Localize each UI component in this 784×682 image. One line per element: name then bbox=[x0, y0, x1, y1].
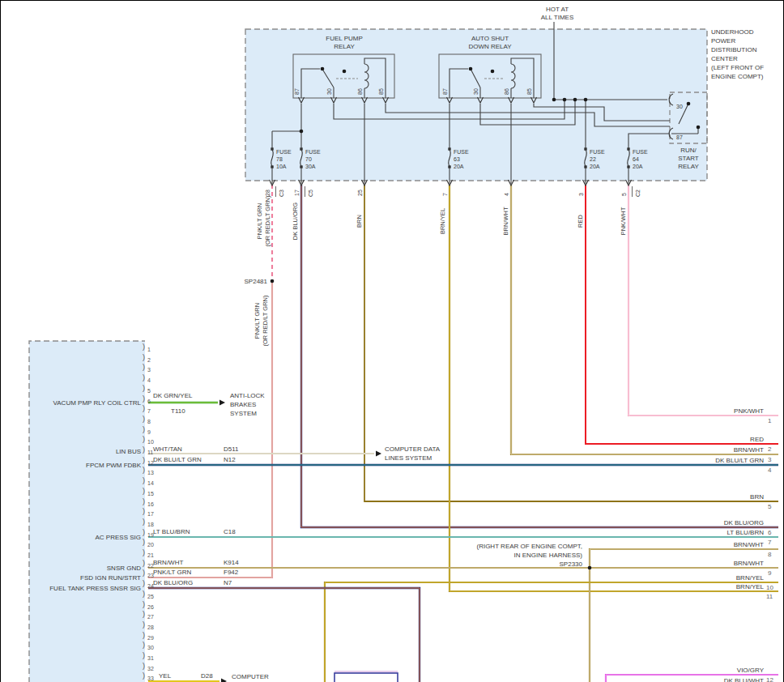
fuse-63-label: 63 bbox=[454, 156, 460, 162]
module-pin-number: 21 bbox=[147, 552, 154, 558]
module-pin11-label: LIN BUS bbox=[116, 448, 141, 455]
module-pin-bracket: ) bbox=[143, 559, 145, 567]
module-pin-number: 8 bbox=[147, 419, 151, 424]
run-start-relay-label-3: RELAY bbox=[678, 163, 699, 170]
module-pin-number: 6 bbox=[147, 399, 151, 404]
module-pin-bracket: ) bbox=[143, 528, 145, 536]
module-pin12-label: FPCM PWM FDBK bbox=[86, 462, 142, 469]
redge-label-9: BRN/WHT bbox=[734, 560, 764, 567]
module-pin-number: 18 bbox=[147, 522, 154, 527]
redge-label-1: PNK/WHT bbox=[734, 407, 764, 415]
module-pin-bracket: ) bbox=[143, 590, 145, 598]
redge-label-11: BRN/YEL bbox=[736, 583, 765, 590]
pdc-label-3: DISTRIBUTION bbox=[711, 46, 757, 53]
module-pin-number: 9 bbox=[147, 429, 151, 435]
junction-dot bbox=[271, 279, 275, 283]
asd-pin-87: 87 bbox=[442, 88, 448, 95]
asd-pin-30: 30 bbox=[473, 88, 479, 95]
exit-pin-25: 25 bbox=[357, 190, 363, 196]
run-start-relay-label: RUN/ bbox=[680, 147, 697, 154]
redge-label-3: BRN/WHT bbox=[734, 446, 764, 454]
asd-relay-label-2: DOWN RELAY bbox=[468, 43, 512, 50]
module-pin-number: 16 bbox=[147, 501, 154, 507]
module-pin-bracket: ) bbox=[143, 425, 145, 433]
dest-cdl-1: COMPUTER DATA bbox=[385, 445, 441, 453]
module-pin7-label: VACUM PMP RLY COIL CTRL bbox=[53, 399, 142, 407]
module-pin-number: 33 bbox=[147, 676, 154, 681]
module-pin-number: 25 bbox=[147, 594, 154, 599]
module-pin-bracket: ) bbox=[143, 569, 145, 577]
asd-relay-label: AUTO SHUT bbox=[471, 35, 509, 42]
module-pin-number: 15 bbox=[147, 491, 154, 497]
fuse-22-label: FUSE bbox=[590, 149, 605, 155]
bottom-connector-box bbox=[334, 673, 398, 682]
pdc-label-6: ENGINE COMPT) bbox=[711, 73, 764, 80]
module-pin-bracket: ) bbox=[143, 435, 145, 443]
dest-cdl-2: LINES SYSTEM bbox=[385, 454, 432, 462]
vlabel-pnk-ltgrn: PNK/LT GRN bbox=[256, 203, 263, 239]
redge-num-10: 10 bbox=[766, 584, 773, 591]
pdc-label-2: POWER bbox=[711, 37, 735, 45]
dest-abs-1: ANTI-LOCK bbox=[230, 392, 265, 399]
module-pin-number: 10 bbox=[147, 439, 154, 445]
module-pin-bracket: ) bbox=[143, 518, 145, 526]
redge-label-4: DK BLU/LT GRN bbox=[715, 457, 764, 464]
circuit-k914: K914 bbox=[224, 559, 239, 566]
pdc-label-4: CENTER bbox=[711, 55, 738, 62]
module-pin-number: 30 bbox=[147, 645, 154, 650]
redge-num-2: 2 bbox=[768, 445, 772, 453]
exit-pin-5: 5 bbox=[621, 193, 627, 196]
fuse-78-label: 10A bbox=[276, 164, 287, 169]
junction-dot bbox=[697, 126, 701, 130]
wire-dkblu-org-c5 bbox=[301, 185, 778, 527]
destination-arrow-icon bbox=[376, 451, 381, 457]
vlabel-pnk-ltgrn-low-2: (OR RED/LT GRN) bbox=[262, 295, 269, 347]
fuse-64-label: 64 bbox=[633, 156, 639, 162]
fuse-70-label: FUSE bbox=[305, 149, 321, 155]
redge-num-7: 7 bbox=[768, 539, 772, 546]
module-pin-bracket: ) bbox=[143, 600, 145, 608]
wire-name-dkblu-ltgrn: DK BLU/LT GRN bbox=[153, 456, 202, 463]
module-pin24-label: FUEL TANK PRESS SNSR SIG bbox=[49, 585, 141, 592]
vlabel-red: RED bbox=[577, 215, 584, 228]
redge-label-10: BRN/YEL bbox=[736, 574, 765, 582]
circuit-n7: N7 bbox=[224, 579, 232, 586]
redge-label-6: DK BLU/ORG bbox=[724, 519, 764, 526]
module-box-fill bbox=[29, 341, 145, 682]
fpr-pin-87: 87 bbox=[294, 88, 300, 95]
junction-dot bbox=[687, 102, 691, 106]
junction-dot bbox=[588, 566, 592, 570]
redge-num-3: 3 bbox=[768, 456, 772, 463]
wire-dkblu-org-n7-core bbox=[148, 588, 420, 682]
module-pin-number: 4 bbox=[147, 377, 151, 383]
wiring-diagram: FUSE7810AFUSE7030AFUSE6320AFUSE2220AFUSE… bbox=[1, 1, 784, 682]
junction-dot bbox=[343, 70, 347, 74]
vlabel-pnk-ltgrn-low: PNK/LT GRN bbox=[254, 303, 261, 339]
vlabel-pnk-ltgrn-2: (OR RED/LT GRN) bbox=[264, 195, 271, 247]
hot-at-label-2: ALL TIMES bbox=[541, 14, 573, 21]
module-pin-number: 28 bbox=[147, 624, 154, 630]
exit-pin-17: 17 bbox=[294, 190, 300, 196]
module-pin-bracket: ) bbox=[143, 363, 145, 371]
dest-abs-3: SYSTEM bbox=[230, 410, 257, 417]
module-pin-number: 13 bbox=[147, 470, 154, 475]
rs-pin-87: 87 bbox=[676, 134, 683, 140]
rs-pin-30: 30 bbox=[676, 104, 683, 109]
splice-sp2330-label: SP2330 bbox=[560, 561, 583, 568]
redge-num-9: 9 bbox=[768, 569, 772, 577]
module-pin-number: 20 bbox=[147, 542, 154, 548]
module-pin-number: 7 bbox=[147, 408, 151, 414]
module-pin-number: 1 bbox=[147, 347, 151, 352]
vlabel-brn: BRN bbox=[356, 215, 363, 228]
module-pin-bracket: ) bbox=[143, 620, 145, 629]
dest-cdl-bottom-1: COMPUTER bbox=[232, 673, 269, 680]
exit-pin-3: 3 bbox=[578, 193, 584, 196]
module-pin-bracket: ) bbox=[143, 415, 145, 423]
redge-label-2: RED bbox=[750, 436, 764, 443]
circuit-n12: N12 bbox=[224, 456, 236, 463]
module-pin-bracket: ) bbox=[143, 466, 145, 474]
fuse-22-label: 22 bbox=[590, 156, 596, 162]
redge-label-5: BRN bbox=[750, 493, 764, 501]
module-pin-number: 3 bbox=[147, 367, 151, 373]
fuel-pump-relay-label-2: RELAY bbox=[334, 43, 355, 50]
